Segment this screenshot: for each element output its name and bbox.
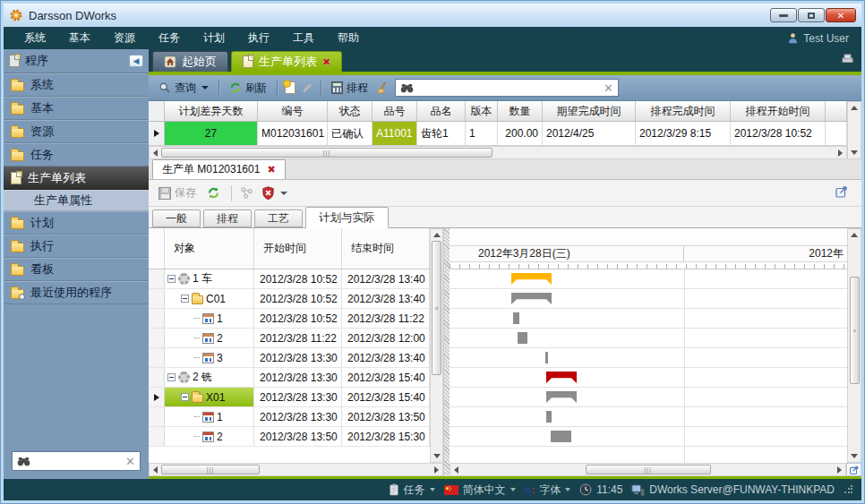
tree-column-header-0[interactable]: 对象	[165, 228, 254, 269]
gantt-bar-task-8[interactable]	[551, 431, 571, 442]
menu-item-0[interactable]: 系统	[13, 27, 57, 49]
grid-cell-4[interactable]: 齿轮1	[417, 122, 466, 146]
sidebar-item-3[interactable]: 任务	[4, 143, 149, 167]
orders-grid-hscrollbar[interactable]: |||	[149, 146, 847, 159]
grid-cell-0[interactable]: 27	[165, 122, 258, 146]
scroll-left-icon[interactable]	[150, 464, 161, 475]
sidebar-collapse-button[interactable]: ◀	[129, 55, 143, 67]
gantt-bar-summary-5[interactable]	[546, 372, 577, 383]
sidebar-item-1[interactable]: 基本	[4, 97, 149, 120]
scroll-thumb[interactable]: ≡	[432, 241, 441, 375]
detail-doc-tab[interactable]: 生产单 M012031601 ✖	[152, 159, 286, 179]
chevron-down-icon[interactable]	[510, 488, 516, 491]
status-task-menu[interactable]: 任务	[389, 483, 435, 498]
grid-column-header-5[interactable]: 版本	[466, 101, 498, 122]
tree-object-cell[interactable]: C01	[165, 289, 254, 308]
tree-object-cell[interactable]: 1	[165, 407, 254, 426]
tree-object-cell[interactable]: 1	[165, 309, 254, 328]
scroll-down-icon[interactable]	[849, 147, 861, 158]
grid-cell-7[interactable]: 2012/4/25	[543, 122, 636, 146]
gantt-hscrollbar[interactable]: |||	[450, 463, 846, 476]
sidebar-item-6[interactable]: 计划	[4, 211, 149, 235]
menu-item-3[interactable]: 任务	[147, 27, 192, 49]
grid-cell-2[interactable]: 已确认	[328, 122, 373, 146]
tree-row-5[interactable]: 2 铣2012/3/28 13:302012/3/28 15:40	[149, 368, 430, 388]
grid-column-header-6[interactable]: 数量	[498, 101, 543, 122]
menu-item-4[interactable]: 计划	[192, 27, 236, 49]
user-badge[interactable]: Test User	[787, 32, 852, 45]
subtab-3[interactable]: 计划与实际	[305, 207, 389, 228]
menu-item-2[interactable]: 资源	[102, 27, 147, 49]
close-button[interactable]: ✕	[826, 8, 856, 22]
gantt-external-link-icon[interactable]	[849, 465, 860, 475]
grid-column-header-8[interactable]: 排程完成时间	[636, 101, 731, 122]
detail-refresh-button[interactable]	[204, 184, 223, 201]
external-link-icon[interactable]	[835, 184, 849, 199]
sidebar-item-4[interactable]: 生产单列表	[4, 167, 149, 190]
tree-object-cell[interactable]: 2 铣	[165, 368, 254, 387]
schedule-button[interactable]: 排程	[329, 79, 371, 98]
tree-row-3[interactable]: 22012/3/28 11:222012/3/28 12:00	[149, 329, 430, 348]
pin-tabs-icon[interactable]	[840, 53, 854, 64]
maximize-button[interactable]	[798, 8, 825, 22]
save-button[interactable]: 保存	[156, 184, 199, 202]
orders-grid-vscrollbar[interactable]	[847, 101, 861, 159]
sidebar-item-9[interactable]: 最近使用的程序	[4, 281, 149, 304]
tree-row-7[interactable]: 12012/3/28 13:302012/3/28 13:50	[149, 407, 430, 427]
scroll-left-icon[interactable]	[450, 464, 462, 475]
scroll-right-icon[interactable]	[834, 464, 845, 475]
gantt-bar-task-3[interactable]	[518, 332, 527, 344]
grid-column-header-4[interactable]: 品名	[417, 101, 466, 122]
query-button[interactable]: 查询	[156, 79, 211, 98]
tree-object-cell[interactable]: 3	[165, 348, 254, 367]
grid-column-header-3[interactable]: 品号	[373, 101, 417, 122]
menu-item-1[interactable]: 基本	[57, 27, 102, 49]
pencil-icon[interactable]	[301, 81, 313, 94]
tab-close-icon[interactable]: ✖	[322, 56, 330, 68]
gantt-bar-summary-1[interactable]	[511, 293, 552, 304]
subtab-1[interactable]: 排程	[203, 209, 252, 227]
menu-item-6[interactable]: 工具	[281, 27, 326, 49]
tree-object-cell[interactable]: 1 车	[165, 269, 254, 288]
chevron-down-icon[interactable]	[280, 192, 287, 195]
org-chart-icon[interactable]	[240, 186, 253, 200]
collapse-node-icon[interactable]	[167, 373, 176, 381]
tab-order-list[interactable]: 生产单列表 ✖	[231, 51, 342, 72]
collapse-node-icon[interactable]	[167, 275, 176, 283]
minimize-button[interactable]	[770, 8, 797, 22]
gantt-bar-summary-0[interactable]	[511, 273, 552, 285]
subtab-0[interactable]: 一般	[152, 209, 201, 227]
sidebar-search-clear-icon[interactable]: ✕	[125, 455, 135, 468]
scroll-right-icon[interactable]	[835, 147, 846, 158]
tree-row-6[interactable]: X012012/3/28 13:302012/3/28 15:40	[149, 388, 430, 407]
scroll-up-icon[interactable]	[431, 229, 442, 241]
scroll-up-icon[interactable]	[849, 229, 861, 241]
gantt-bar-task-2[interactable]	[513, 312, 519, 324]
tree-object-cell[interactable]: X01	[165, 388, 254, 406]
scroll-thumb[interactable]: |||	[161, 465, 260, 474]
menu-item-7[interactable]: 帮助	[326, 27, 371, 49]
gantt-vscrollbar[interactable]: ≡	[847, 228, 861, 463]
tree-object-cell[interactable]: 2	[165, 329, 254, 347]
chevron-down-icon[interactable]	[565, 488, 570, 491]
chevron-down-icon[interactable]	[201, 86, 209, 90]
grid-search-clear-icon[interactable]: ✕	[604, 81, 613, 95]
tree-row-8[interactable]: 22012/3/28 13:502012/3/28 15:30	[149, 427, 430, 447]
tree-object-cell[interactable]: 2	[165, 427, 254, 446]
grid-cell-5[interactable]: 1	[466, 122, 498, 146]
tree-hscrollbar[interactable]: |||	[149, 463, 443, 476]
grid-column-header-2[interactable]: 状态	[328, 101, 373, 122]
sidebar-item-0[interactable]: 系统	[4, 73, 149, 97]
grid-column-header-0[interactable]: 计划差异天数	[165, 101, 258, 122]
sidebar-item-5[interactable]: 生产单属性	[4, 190, 149, 211]
tree-column-header-2[interactable]: 结束时间	[342, 228, 430, 269]
gantt-bar-summary-6[interactable]	[546, 391, 577, 403]
tree-row-2[interactable]: 12012/3/28 10:522012/3/28 11:22	[149, 309, 430, 329]
grid-cell-9[interactable]: 2012/3/28 10:52	[731, 122, 826, 146]
validate-button[interactable]	[259, 184, 290, 201]
subtab-2[interactable]: 工艺	[254, 209, 303, 227]
scroll-thumb[interactable]: |||	[586, 465, 711, 474]
scroll-down-icon[interactable]	[849, 450, 861, 462]
resize-grip[interactable]	[844, 485, 852, 494]
collapse-node-icon[interactable]	[181, 295, 189, 303]
